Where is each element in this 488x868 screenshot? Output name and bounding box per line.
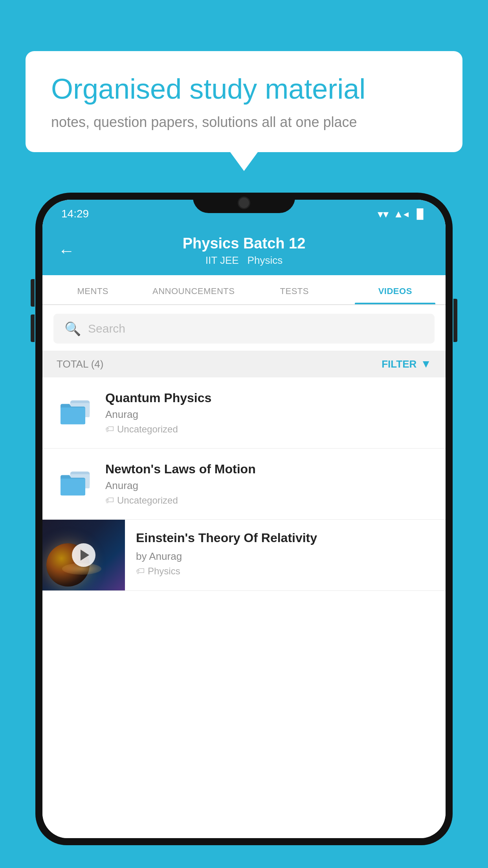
video-thumbnail [42,520,125,590]
video-tag-1: 🏷 Uncategorized [105,424,433,435]
video-title-1: Quantum Physics [105,391,433,405]
tag-label-2: Uncategorized [117,495,178,506]
back-button[interactable]: ← [58,241,75,260]
app-header: ← Physics Batch 12 IIT JEE Physics [42,226,446,275]
svg-rect-5 [61,479,85,496]
status-time: 14:29 [61,208,89,220]
filter-label: FILTER [382,358,416,370]
list-item[interactable]: Newton's Laws of Motion Anurag 🏷 Uncateg… [42,449,446,520]
list-item[interactable]: Quantum Physics Anurag 🏷 Uncategorized [42,377,446,449]
search-container: 🔍 Search [42,305,446,351]
video-tag-2: 🏷 Uncategorized [105,495,433,506]
subtitle-physics: Physics [248,254,283,267]
search-bar[interactable]: 🔍 Search [53,314,435,344]
subtitle-iit: IIT JEE [205,254,239,267]
video-author-1: Anurag [105,408,433,421]
speech-bubble-container: Organised study material notes, question… [26,51,462,152]
tab-tests[interactable]: TESTS [244,275,345,304]
tabs-bar: MENTS ANNOUNCEMENTS TESTS VIDEOS [42,275,446,305]
signal-icon: ▲◂ [393,208,409,220]
search-icon: 🔍 [64,321,81,337]
folder-icon-2 [57,466,92,502]
list-item[interactable]: Einstein's Theory Of Relativity by Anura… [42,520,446,591]
play-triangle-icon [81,550,89,561]
video-title-3: Einstein's Theory Of Relativity [136,530,435,546]
video-tag-3: 🏷 Physics [136,566,435,577]
battery-icon: ▐▌ [413,208,427,219]
phone-notch [193,193,295,213]
search-placeholder: Search [88,322,125,335]
filter-button[interactable]: FILTER ▼ [382,358,431,370]
video-info-2: Newton's Laws of Motion Anurag 🏷 Uncateg… [105,462,433,506]
svg-rect-2 [61,408,85,425]
video-list: Quantum Physics Anurag 🏷 Uncategorized [42,377,446,838]
video-title-2: Newton's Laws of Motion [105,462,433,476]
side-btn-vol-up [31,279,35,307]
tag-label-3: Physics [148,566,180,577]
tag-label-1: Uncategorized [117,424,178,435]
tab-videos[interactable]: VIDEOS [345,275,446,304]
total-label: TOTAL (4) [57,358,103,370]
video-author-2: Anurag [105,480,433,492]
header-subtitle: IIT JEE Physics [205,254,283,267]
folder-icon-container [55,391,94,434]
wifi-icon: ▾▾ [378,208,389,221]
video-info-3: Einstein's Theory Of Relativity by Anura… [125,520,446,587]
folder-icon [57,395,92,430]
phone-screen: 14:29 ▾▾ ▲◂ ▐▌ ← Physics Batch 12 IIT JE… [42,200,446,838]
phone-camera [238,197,250,209]
folder-icon-container-2 [55,462,94,506]
phone-outer: 14:29 ▾▾ ▲◂ ▐▌ ← Physics Batch 12 IIT JE… [35,193,453,845]
tag-icon-1: 🏷 [105,424,114,434]
speech-bubble: Organised study material notes, question… [26,51,462,152]
header-title: Physics Batch 12 [183,235,306,252]
video-author-3: by Anurag [136,550,435,563]
filter-bar: TOTAL (4) FILTER ▼ [42,351,446,377]
tab-announcements[interactable]: ANNOUNCEMENTS [143,275,244,304]
tag-icon-3: 🏷 [136,566,145,576]
status-icons: ▾▾ ▲◂ ▐▌ [378,208,427,221]
play-button[interactable] [72,543,95,567]
filter-funnel-icon: ▼ [420,358,431,370]
bubble-title: Organised study material [51,73,437,105]
tag-icon-2: 🏷 [105,495,114,506]
side-btn-vol-down [31,314,35,342]
side-btn-power [453,299,457,342]
phone-mockup: 14:29 ▾▾ ▲◂ ▐▌ ← Physics Batch 12 IIT JE… [35,193,453,868]
tab-ments[interactable]: MENTS [42,275,143,304]
bubble-subtitle: notes, question papers, solutions all at… [51,114,437,131]
video-info-1: Quantum Physics Anurag 🏷 Uncategorized [105,391,433,435]
